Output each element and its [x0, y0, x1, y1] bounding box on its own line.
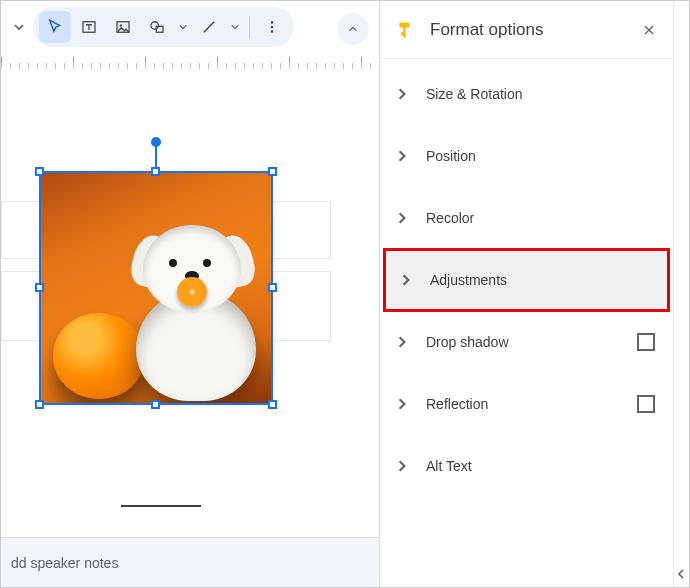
panel-section-checkbox[interactable] — [637, 395, 655, 413]
image-icon — [114, 18, 132, 36]
format-options-panel: Format options Size & RotationPositionRe… — [379, 1, 673, 587]
caret-down-icon — [179, 23, 187, 31]
panel-section-drop-shadow[interactable]: Drop shadow — [380, 311, 673, 373]
svg-point-5 — [271, 21, 274, 24]
rotation-handle-line — [155, 145, 157, 169]
panel-section-recolor[interactable]: Recolor — [380, 187, 673, 249]
line-tool-button[interactable] — [193, 11, 225, 43]
resize-handle-tr[interactable] — [268, 167, 277, 176]
chevron-right-icon — [392, 336, 412, 348]
textbox-tool-button[interactable] — [73, 11, 105, 43]
panel-section-label: Recolor — [426, 210, 655, 226]
notes-resize-handle[interactable] — [121, 505, 201, 507]
panel-title: Format options — [430, 20, 627, 40]
panel-section-label: Adjustments — [430, 272, 651, 288]
more-vert-icon — [263, 18, 281, 36]
selected-image[interactable] — [41, 173, 271, 403]
panel-section-checkbox[interactable] — [637, 333, 655, 351]
panel-header: Format options — [380, 1, 673, 59]
caret-down-icon — [14, 22, 24, 32]
shape-tool-button[interactable] — [141, 11, 173, 43]
panel-section-reflection[interactable]: Reflection — [380, 373, 673, 435]
panel-section-label: Position — [426, 148, 655, 164]
slide-canvas[interactable] — [1, 71, 379, 519]
shape-icon — [148, 18, 166, 36]
line-tool-dropdown[interactable] — [227, 23, 243, 31]
resize-handle-b[interactable] — [151, 400, 160, 409]
editor-left-pane: dd speaker notes — [1, 1, 379, 587]
collapse-toolbar-button[interactable] — [337, 13, 369, 45]
close-icon — [641, 22, 657, 38]
side-rail-expand-button[interactable] — [676, 569, 686, 579]
chevron-right-icon — [392, 398, 412, 410]
horizontal-ruler[interactable] — [1, 53, 379, 71]
svg-point-6 — [271, 26, 274, 29]
svg-point-2 — [120, 24, 122, 26]
resize-handle-r[interactable] — [268, 283, 277, 292]
panel-section-alt-text[interactable]: Alt Text — [380, 435, 673, 497]
cursor-icon — [46, 18, 64, 36]
panel-section-adjustments[interactable]: Adjustments — [384, 249, 669, 311]
toolbar-leading-dropdown[interactable] — [11, 22, 27, 32]
resize-handle-tl[interactable] — [35, 167, 44, 176]
chevron-right-icon — [392, 150, 412, 162]
panel-section-label: Drop shadow — [426, 334, 623, 350]
line-icon — [200, 18, 218, 36]
resize-handle-br[interactable] — [268, 400, 277, 409]
select-tool-button[interactable] — [39, 11, 71, 43]
side-rail — [673, 1, 689, 587]
caret-down-icon — [231, 23, 239, 31]
panel-section-label: Reflection — [426, 396, 623, 412]
svg-point-3 — [151, 22, 159, 30]
panel-section-list: Size & RotationPositionRecolorAdjustment… — [380, 59, 673, 497]
svg-rect-4 — [156, 26, 163, 32]
chevron-left-icon — [676, 569, 686, 579]
rotation-handle[interactable] — [151, 137, 161, 147]
chevron-right-icon — [392, 88, 412, 100]
resize-handle-t[interactable] — [151, 167, 160, 176]
textbox-icon — [80, 18, 98, 36]
speaker-notes-area[interactable]: dd speaker notes — [1, 537, 379, 587]
selected-image-frame[interactable] — [39, 171, 273, 405]
image-content-orange-slice — [177, 277, 207, 307]
toolbar-separator — [249, 16, 250, 38]
shape-tool-dropdown[interactable] — [175, 23, 191, 31]
resize-handle-bl[interactable] — [35, 400, 44, 409]
panel-section-position[interactable]: Position — [380, 125, 673, 187]
format-options-icon — [396, 20, 416, 40]
chevron-right-icon — [392, 460, 412, 472]
image-content-orange — [53, 313, 145, 399]
panel-section-size-rotation[interactable]: Size & Rotation — [380, 63, 673, 125]
speaker-notes-placeholder: dd speaker notes — [11, 555, 118, 571]
toolbar — [1, 1, 379, 53]
panel-close-button[interactable] — [641, 22, 657, 38]
panel-section-label: Alt Text — [426, 458, 655, 474]
panel-section-label: Size & Rotation — [426, 86, 655, 102]
chevron-right-icon — [396, 274, 416, 286]
more-tools-button[interactable] — [256, 11, 288, 43]
svg-point-7 — [271, 30, 274, 33]
resize-handle-l[interactable] — [35, 283, 44, 292]
image-tool-button[interactable] — [107, 11, 139, 43]
image-content-dog-eye — [203, 259, 211, 267]
toolbar-tool-group — [33, 7, 294, 47]
chevron-up-icon — [346, 22, 360, 36]
chevron-right-icon — [392, 212, 412, 224]
image-content-dog-eye — [169, 259, 177, 267]
